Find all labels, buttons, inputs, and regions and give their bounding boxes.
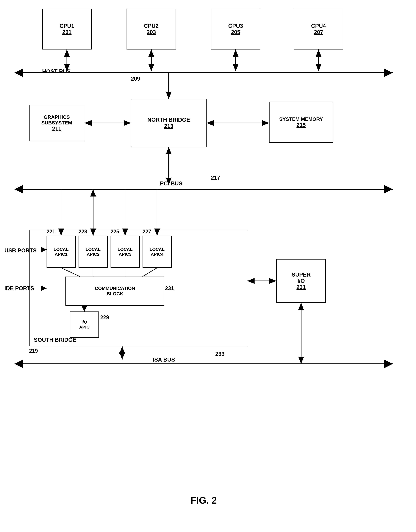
- cpu4-box: CPU4 207: [294, 9, 343, 49]
- local-apic2-ref: 223: [78, 229, 87, 235]
- svg-marker-7: [148, 64, 154, 71]
- cpu1-label: CPU1: [59, 23, 74, 29]
- svg-marker-47: [384, 359, 393, 368]
- local-apic4-label: LOCALAPIC4: [150, 247, 164, 257]
- graphics-ref: 211: [52, 126, 61, 132]
- svg-marker-43: [119, 352, 125, 359]
- diagram: CPU1 201 CPU2 203 CPU3 205 CPU4 207 GRAP…: [0, 0, 416, 532]
- svg-marker-53: [269, 278, 276, 284]
- svg-marker-13: [316, 64, 321, 71]
- isa-bus-ref: 233: [215, 351, 224, 357]
- comm-block-box: COMMUNICATIONBLOCK: [66, 277, 164, 306]
- svg-marker-21: [207, 120, 214, 126]
- system-memory-label: SYSTEM MEMORY: [279, 116, 323, 122]
- svg-marker-14: [316, 49, 321, 57]
- svg-marker-1: [15, 68, 23, 77]
- svg-marker-11: [233, 49, 238, 57]
- svg-marker-10: [233, 64, 238, 71]
- system-memory-box: SYSTEM MEMORY 215: [269, 102, 333, 143]
- host-bus-label: HOST BUS: [42, 68, 71, 75]
- svg-marker-18: [124, 120, 131, 126]
- north-bridge-box: NORTH BRIDGE 213: [131, 99, 207, 147]
- local-apic4-ref: 227: [142, 229, 151, 235]
- svg-marker-44: [119, 346, 125, 354]
- cpu4-label: CPU4: [311, 23, 326, 29]
- cpu2-label: CPU2: [144, 23, 159, 29]
- pci-bus-ref: 217: [211, 175, 220, 181]
- local-apic4-box: LOCALAPIC4: [142, 236, 172, 268]
- host-bus-ref: 209: [131, 76, 140, 82]
- svg-marker-5: [64, 49, 70, 57]
- cpu1-ref: 201: [62, 29, 71, 35]
- svg-marker-25: [166, 147, 172, 154]
- super-io-ref: 231: [296, 284, 306, 290]
- north-bridge-label: NORTH BRIDGE: [147, 117, 190, 123]
- svg-marker-52: [247, 278, 255, 284]
- svg-marker-50: [298, 303, 304, 310]
- io-apic-label: I/OAPIC: [79, 320, 90, 329]
- graphics-subsystem-box: GRAPHICSSUBSYSTEM 211: [29, 105, 84, 141]
- local-apic1-box: LOCALAPIC1: [47, 236, 76, 268]
- svg-marker-2: [384, 68, 393, 77]
- super-io-box: SUPERI/O 231: [276, 259, 326, 303]
- cpu3-ref: 205: [231, 29, 240, 35]
- cpu2-box: CPU2 203: [127, 9, 176, 49]
- system-memory-ref: 215: [296, 122, 306, 128]
- svg-marker-8: [148, 49, 154, 57]
- local-apic3-ref: 225: [111, 229, 119, 235]
- usb-ports-label: USB PORTS: [4, 247, 37, 254]
- svg-marker-19: [84, 120, 92, 126]
- svg-marker-22: [262, 120, 269, 126]
- graphics-label: GRAPHICSSUBSYSTEM: [41, 114, 72, 126]
- local-apic2-box: LOCALAPIC2: [78, 236, 108, 268]
- pci-bus-label: PCI BUS: [160, 181, 182, 187]
- cpu4-ref: 207: [314, 29, 323, 35]
- svg-marker-16: [166, 92, 172, 99]
- ide-ports-label: IDE PORTS: [4, 285, 34, 291]
- super-io-label: SUPERI/O: [292, 271, 311, 284]
- cpu3-label: CPU3: [228, 23, 243, 29]
- isa-bus-label: ISA BUS: [153, 357, 175, 363]
- svg-marker-31: [90, 189, 96, 196]
- local-apic1-label: LOCALAPIC1: [54, 247, 68, 257]
- svg-marker-49: [298, 357, 304, 364]
- south-bridge-label: SOUTH BRIDGE: [34, 337, 76, 343]
- local-apic3-label: LOCALAPIC3: [118, 247, 132, 257]
- local-apic1-ref: 221: [47, 229, 55, 235]
- io-apic-box: I/OAPIC: [70, 311, 99, 338]
- cpu2-ref: 203: [147, 29, 156, 35]
- north-bridge-ref: 213: [164, 123, 173, 129]
- comm-block-ref: 231: [165, 285, 174, 291]
- local-apic2-label: LOCALAPIC2: [85, 247, 101, 257]
- svg-marker-27: [15, 185, 23, 193]
- cpu1-box: CPU1 201: [42, 9, 92, 49]
- comm-block-label: COMMUNICATIONBLOCK: [95, 286, 135, 297]
- figure-label: FIG. 2: [160, 495, 247, 506]
- cpu3-box: CPU3 205: [211, 9, 260, 49]
- svg-marker-28: [384, 185, 393, 193]
- io-apic-ref: 229: [100, 314, 109, 320]
- svg-marker-46: [15, 359, 23, 368]
- south-bridge-ref-label: 219: [29, 348, 38, 354]
- local-apic3-box: LOCALAPIC3: [111, 236, 140, 268]
